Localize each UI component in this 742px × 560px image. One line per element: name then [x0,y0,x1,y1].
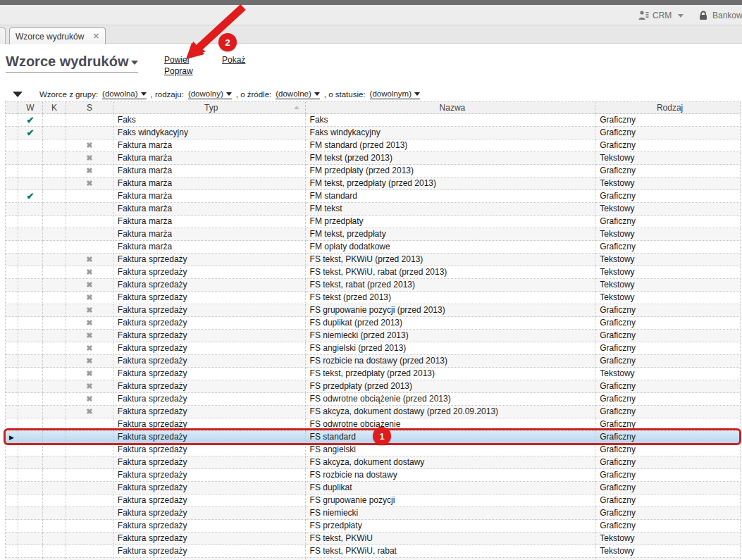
col-w-cell [18,342,43,355]
table-row[interactable]: ✖Faktura sprzedażyFS tekst, rabat (przed… [6,279,741,292]
col-k-cell [43,368,66,380]
table-row[interactable]: ✔Faktura marżaFM standardGraficzny [6,190,741,203]
typ-cell: Faktura sprzedaży [113,444,306,456]
header-typ[interactable]: Typ [113,102,306,114]
typ-cell: Faktura sprzedaży [113,317,306,330]
header-k[interactable]: K [43,102,66,114]
table-row[interactable]: Faktura marżaFM opłaty dodatkoweGraficzn… [6,241,741,254]
nazwa-cell: FS niemiecki [306,507,596,520]
popraw-link[interactable]: Popraw [164,66,193,76]
crm-menu-button[interactable]: CRM [638,8,684,23]
col-k-cell [43,203,66,216]
rodzaj-cell: Graficzny [595,482,741,494]
table-row[interactable]: ✖Faktura sprzedażyFS angielski (przed 20… [6,342,741,355]
row-indicator-cell [6,241,18,254]
table-row[interactable]: ✖Faktura sprzedażyFS przedpłaty (przed 2… [6,380,741,393]
typ-cell: Faks [113,114,306,127]
x-mark-icon: ✖ [86,280,92,289]
header-s[interactable]: S [66,102,113,114]
table-row[interactable]: ✖Faktura sprzedażyFS duplikat (przed 201… [6,317,741,330]
table-row[interactable]: ✖Faktura marżaFM przedpłaty (przed 2013)… [6,165,741,178]
typ-cell: Faktura sprzedaży [113,520,306,533]
table-row[interactable]: ✖Faktura marżaFM tekst (przed 2013)Tekst… [6,152,741,165]
col-s-cell [66,127,113,139]
table-row[interactable]: ✖Faktura marżaFM tekst, przedpłaty (prze… [6,178,741,190]
app-window: CRM Bankow Wzorce wydruków ✕ Wzorce wydr… [0,0,742,560]
crm-label: CRM [653,11,672,20]
check-icon: ✔ [27,127,35,138]
nazwa-cell: FS grupowanie pozycji [306,494,596,507]
nazwa-cell: FM opłaty dodatkowe [306,241,596,254]
row-indicator-cell [6,152,18,165]
table-row[interactable]: Faktura sprzedażyFS odwrotne obciążenieG… [6,418,741,431]
rodzaj-cell: Tekstowy [595,368,741,380]
col-w-cell [18,418,43,431]
table-row[interactable]: Faktura sprzedażyFS niemieckiGraficzny [6,507,741,520]
table-row[interactable]: ✖Faktura sprzedażyFS tekst (przed 2013)T… [6,292,741,304]
table-row[interactable]: Faktura marżaFM przedpłatyGraficzny [6,216,741,228]
nazwa-cell: Faks [306,114,596,127]
table-row[interactable]: ✔Faks windykacyjnyFaks windykacyjnyGrafi… [6,127,741,139]
pokaz-link[interactable]: Pokaż [222,55,245,65]
table-row[interactable]: ✖Faktura sprzedażyFS rozbicie na dostawy… [6,355,741,368]
table-row[interactable]: Faktura sprzedażyFS tekst, PKWiUTekstowy [6,533,741,545]
col-w-cell [18,393,43,406]
table-row[interactable]: Faktura sprzedażyFS grupowanie pozycjiGr… [6,494,741,507]
table-row[interactable]: Faktura sprzedażyFS angielskiGraficzny [6,444,741,456]
table-row[interactable]: ✔FaksFaksGraficzny [6,114,741,127]
header-rodzaj[interactable]: Rodzaj [595,102,741,114]
nazwa-cell: FS akcyza, dokument dostawy [306,456,596,469]
table-row[interactable]: Faktura marżaFM tekst, przedpłatyTekstow… [6,228,741,241]
table-row-selected[interactable]: ▶Faktura sprzedażyFS standardGraficzny [6,431,741,444]
filter-zrodlo-dropdown[interactable]: (dowolne) [276,89,320,99]
table-row[interactable]: ✖Faktura marżaFM standard (przed 2013)Gr… [6,139,741,152]
row-indicator-cell [6,228,18,241]
table-row[interactable]: Faktura sprzedażyFS akcyza, dokument dos… [6,456,741,469]
tab-wzorce-wydrukow[interactable]: Wzorce wydruków ✕ [9,27,106,44]
col-w-cell [18,380,43,393]
table-row[interactable]: ✖Faktura sprzedażyFS tekst, przedpłaty (… [6,368,741,380]
x-mark-icon: ✖ [86,255,92,263]
chevron-down-icon [314,92,320,96]
table-row[interactable]: Faktura sprzedażyFS duplikatGraficzny [6,482,741,494]
row-indicator-cell [6,520,18,533]
table-row[interactable]: Faktura marżaFM tekstTekstowy [6,203,741,216]
table-row[interactable]: Faktura sprzedażyFS tekst, PKWiU, rabatT… [6,545,741,558]
filter-status-dropdown[interactable]: (dowolnym) [370,89,420,99]
table-row[interactable]: ✖Faktura sprzedażyFS tekst, PKWiU, rabat… [6,266,741,279]
typ-cell: Faktura sprzedaży [113,292,306,304]
table-row[interactable]: ✖Faktura sprzedażyFS niemiecki (przed 20… [6,330,741,342]
window-top-strip [0,0,742,5]
rodzaj-cell: Graficzny [595,330,741,342]
chevron-down-icon [678,14,684,18]
table-row[interactable]: Faktura sprzedażyFS przedpłatyGraficzny [6,520,741,533]
col-s-cell: ✖ [66,304,113,317]
table-row[interactable]: ✖Faktura sprzedażyFS akcyza, dokument do… [6,406,741,418]
col-w-cell: ✔ [18,190,43,203]
header-nazwa[interactable]: Nazwa [306,102,596,114]
col-w-cell [18,533,43,545]
header-w[interactable]: W [18,102,43,114]
col-w-cell [18,317,43,330]
powiel-link[interactable]: Powiel [164,55,189,65]
col-w-cell [18,266,43,279]
col-k-cell [43,469,66,482]
table-row[interactable]: ✖Faktura sprzedażyFS tekst, PKWiU (przed… [6,254,741,266]
table-row[interactable]: Faktura sprzedażyFS rozbicie na dostawyG… [6,469,741,482]
bank-menu-button[interactable]: Bankow [698,8,742,23]
filter-funnel-icon[interactable] [13,92,23,97]
table-row[interactable]: ✖Faktura sprzedażyFS odwrotne obciążenie… [6,393,741,406]
table-row[interactable]: ✖Faktura sprzedażyFS grupowanie pozycji … [6,304,741,317]
col-k-cell [43,139,66,152]
row-indicator-cell [6,266,18,279]
tab-close-icon[interactable]: ✕ [93,32,99,40]
typ-cell: Faktura sprzedaży [113,406,306,418]
filter-group-dropdown[interactable]: (dowolna) [102,89,147,99]
col-k-cell [43,406,66,418]
row-indicator-cell [6,393,18,406]
lock-icon [698,10,709,21]
page-title-menu[interactable]: Wzorce wydruków [6,54,138,73]
x-mark-icon: ✖ [86,179,92,187]
col-w-cell [18,406,43,418]
filter-rodzaj-dropdown[interactable]: (dowolny) [188,89,232,99]
